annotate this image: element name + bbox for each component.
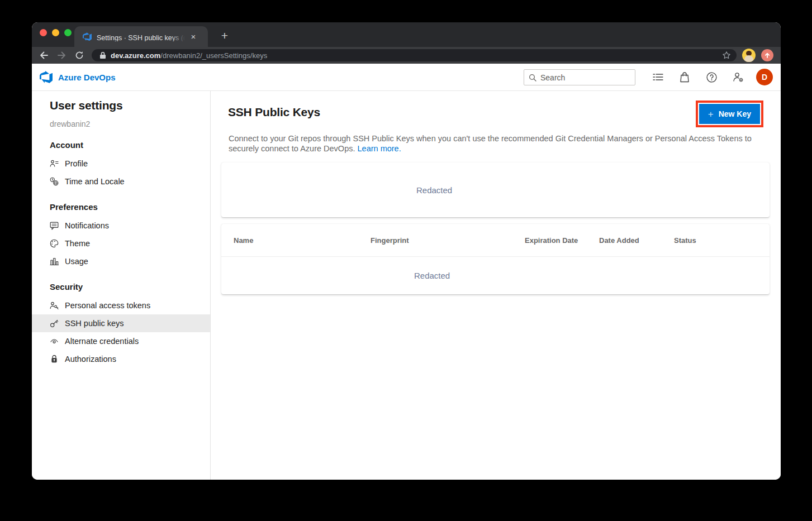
column-header-status: Status bbox=[674, 236, 770, 245]
description-line-1: Connect to your Git repos through SSH Pu… bbox=[229, 133, 763, 144]
column-header-date-added: Date Added bbox=[599, 236, 674, 245]
sidebar-item-ssh-public-keys[interactable]: SSH public keys bbox=[32, 314, 210, 332]
redacted-row-text: Redacted bbox=[221, 271, 450, 280]
alternate-credentials-icon bbox=[50, 337, 59, 346]
notifications-icon bbox=[50, 221, 59, 230]
azure-devops-favicon bbox=[83, 32, 92, 41]
new-key-button-label: New Key bbox=[719, 109, 751, 118]
sidebar-item-label: Alternate credentials bbox=[65, 337, 139, 346]
browser-toolbar: dev.azure.com/drewbanin2/_usersSettings/… bbox=[32, 47, 781, 64]
sidebar-item-label: Personal access tokens bbox=[65, 301, 150, 310]
main-content: SSH Public Keys + New Key Connect to you… bbox=[211, 91, 781, 480]
redacted-info-card: Redacted bbox=[221, 162, 770, 217]
ssh-key-icon bbox=[50, 319, 59, 328]
sidebar-group-security: Personal access tokens SSH public keys bbox=[32, 297, 210, 368]
sidebar-item-theme[interactable]: Theme bbox=[32, 235, 210, 252]
address-bar[interactable]: dev.azure.com/drewbanin2/_usersSettings/… bbox=[92, 49, 737, 61]
help-icon[interactable] bbox=[698, 64, 725, 91]
brand-name: Azure DevOps bbox=[58, 73, 116, 82]
page-description: Connect to your Git repos through SSH Pu… bbox=[211, 133, 781, 154]
zoom-window-button[interactable] bbox=[64, 29, 72, 36]
page-title: SSH Public Keys bbox=[228, 106, 320, 119]
sidebar-section-security: Security bbox=[32, 282, 210, 291]
sidebar-item-label: Notifications bbox=[65, 221, 109, 230]
red-annotation-box: + New Key bbox=[696, 101, 763, 127]
sidebar-item-personal-access-tokens[interactable]: Personal access tokens bbox=[32, 297, 210, 314]
column-header-expiration-date: Expiration Date bbox=[525, 236, 599, 245]
search-input[interactable] bbox=[540, 73, 630, 82]
url-domain: dev.azure.com bbox=[111, 51, 160, 60]
description-line-2: securely connect to Azure DevOps. Learn … bbox=[229, 144, 763, 154]
usage-icon bbox=[50, 257, 59, 266]
sidebar-item-time-and-locale[interactable]: Time and Locale bbox=[32, 173, 210, 190]
desktop-background: Settings · SSH public keys (dre × + bbox=[0, 0, 812, 521]
sidebar-item-alternate-credentials[interactable]: Alternate credentials bbox=[32, 332, 210, 350]
learn-more-link[interactable]: Learn more. bbox=[358, 144, 401, 153]
tab-title-fade bbox=[170, 32, 185, 41]
browser-update-icon[interactable] bbox=[761, 49, 773, 61]
reload-icon[interactable] bbox=[74, 50, 85, 61]
sidebar-item-authorizations[interactable]: Authorizations bbox=[32, 350, 210, 368]
sidebar-section-account: Account bbox=[32, 140, 210, 150]
sidebar-item-usage[interactable]: Usage bbox=[32, 252, 210, 270]
sidebar-title: User settings bbox=[32, 99, 210, 112]
sidebar-item-label: Usage bbox=[65, 257, 88, 266]
azure-devops-header: Azure DevOps bbox=[32, 64, 781, 91]
search-icon bbox=[529, 74, 536, 82]
column-header-name: Name bbox=[234, 236, 371, 245]
new-tab-button[interactable]: + bbox=[216, 28, 233, 44]
forward-icon[interactable] bbox=[56, 50, 67, 61]
account-avatar[interactable]: D bbox=[756, 69, 773, 85]
sidebar-group-account: Profile Time and Locale bbox=[32, 155, 210, 190]
url-path: /drewbanin2/_usersSettings/keys bbox=[160, 51, 267, 60]
sidebar-item-label: Theme bbox=[65, 239, 90, 248]
plus-icon: + bbox=[708, 109, 714, 119]
https-lock-icon bbox=[99, 51, 106, 59]
profile-icon bbox=[50, 159, 59, 168]
sidebar-section-preferences: Preferences bbox=[32, 202, 210, 212]
sidebar-item-label: Profile bbox=[65, 159, 88, 168]
page-body: User settings drewbanin2 Account Profile bbox=[32, 91, 781, 480]
sidebar-group-preferences: Notifications Theme bbox=[32, 217, 210, 270]
theme-icon bbox=[50, 239, 59, 248]
time-locale-icon bbox=[50, 177, 59, 186]
column-header-fingerprint: Fingerprint bbox=[371, 236, 525, 245]
close-tab-icon[interactable]: × bbox=[188, 32, 198, 42]
search-box[interactable] bbox=[524, 69, 635, 85]
sidebar-item-label: Time and Locale bbox=[65, 177, 125, 186]
browser-window: Settings · SSH public keys (dre × + bbox=[32, 22, 781, 480]
sidebar-username: drewbanin2 bbox=[32, 120, 210, 128]
bookmark-star-icon[interactable] bbox=[722, 51, 731, 60]
close-window-button[interactable] bbox=[40, 29, 47, 36]
avatar-figure-body bbox=[744, 55, 753, 62]
azure-devops-logo-icon bbox=[40, 71, 53, 84]
sidebar-item-label: SSH public keys bbox=[65, 319, 124, 328]
new-key-button[interactable]: + New Key bbox=[699, 104, 760, 124]
minimize-window-button[interactable] bbox=[52, 29, 59, 36]
main-header: SSH Public Keys + New Key bbox=[211, 91, 781, 127]
user-settings-gear-icon[interactable] bbox=[725, 64, 752, 91]
browser-tab[interactable]: Settings · SSH public keys (dre × bbox=[74, 26, 208, 47]
header-icon-group bbox=[644, 64, 752, 90]
sidebar-item-notifications[interactable]: Notifications bbox=[32, 217, 210, 235]
redacted-text: Redacted bbox=[221, 185, 452, 195]
personal-access-tokens-icon bbox=[50, 301, 59, 310]
marketplace-bag-icon[interactable] bbox=[671, 64, 698, 91]
tab-title-container: Settings · SSH public keys (dre bbox=[97, 32, 185, 41]
back-icon[interactable] bbox=[38, 50, 49, 61]
table-header-row: Name Fingerprint Expiration Date Date Ad… bbox=[221, 224, 770, 257]
url-text: dev.azure.com/drewbanin2/_usersSettings/… bbox=[111, 51, 718, 60]
azure-devops-brand[interactable]: Azure DevOps bbox=[40, 71, 116, 84]
table-row: Redacted bbox=[221, 257, 770, 294]
ssh-keys-table: Name Fingerprint Expiration Date Date Ad… bbox=[221, 224, 770, 294]
sidebar-item-label: Authorizations bbox=[65, 355, 116, 364]
window-controls bbox=[40, 29, 72, 36]
list-icon[interactable] bbox=[644, 64, 671, 91]
browser-tab-strip: Settings · SSH public keys (dre × + bbox=[32, 22, 781, 47]
settings-sidebar: User settings drewbanin2 Account Profile bbox=[32, 91, 211, 480]
authorizations-lock-icon bbox=[50, 355, 59, 364]
sidebar-item-profile[interactable]: Profile bbox=[32, 155, 210, 173]
browser-profile-avatar[interactable] bbox=[742, 49, 756, 62]
